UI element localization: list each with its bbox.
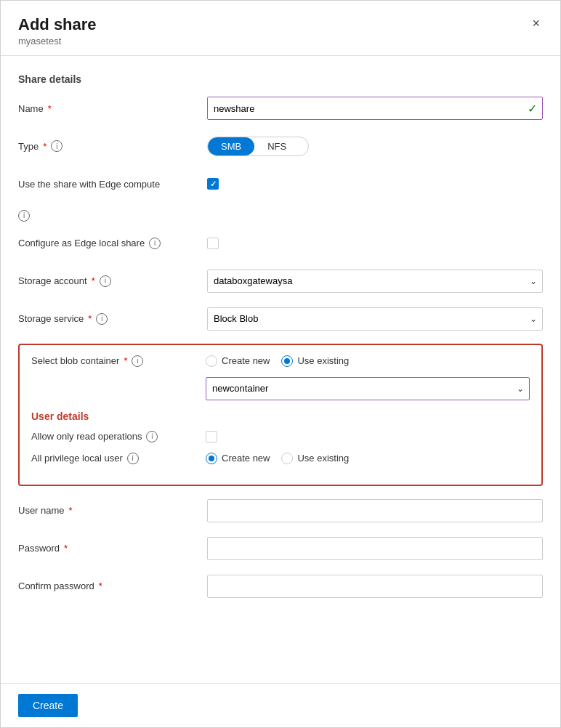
confirm-password-label: Confirm password * (18, 581, 207, 591)
user-name-required: * (69, 505, 73, 516)
type-required: * (43, 141, 47, 152)
container-select[interactable]: newcontainer (206, 377, 530, 400)
name-control: ✓ (207, 97, 543, 120)
panel-header: Add share myasetest × (1, 1, 560, 56)
use-existing-blob-option[interactable]: Use existing (281, 355, 349, 367)
type-toggle: SMB NFS (207, 137, 309, 156)
type-control: SMB NFS (207, 137, 543, 156)
password-control (207, 537, 543, 560)
storage-account-required: * (92, 275, 95, 286)
user-name-row: User name * (18, 498, 543, 524)
user-details-title: User details (31, 410, 530, 422)
storage-service-control: Block Blob ⌄ (207, 307, 543, 331)
user-name-control (207, 499, 543, 522)
type-row: Type * i SMB NFS (18, 133, 543, 159)
storage-account-info-icon[interactable]: i (100, 275, 111, 287)
create-new-blob-label: Create new (222, 355, 270, 366)
create-new-blob-option[interactable]: Create new (206, 355, 270, 367)
all-privilege-label: All privilege local user i (31, 453, 206, 464)
allow-read-control (206, 431, 530, 442)
edge-compute-checkbox[interactable] (207, 178, 219, 190)
blob-container-required: * (124, 355, 127, 366)
allow-read-info-icon[interactable]: i (146, 431, 158, 442)
close-button[interactable]: × (529, 15, 543, 31)
add-share-panel: Add share myasetest × Share details Name… (0, 0, 561, 728)
storage-account-select-wrapper: databoxgatewaysa ⌄ (207, 270, 543, 293)
edge-local-checkbox[interactable] (207, 238, 219, 249)
panel-title: Add share (18, 15, 97, 34)
blob-container-label: Select blob container * i (31, 355, 206, 367)
edge-compute-info-icon[interactable]: i (18, 210, 30, 222)
edge-compute-checkbox-wrapper (207, 178, 543, 190)
password-label: Password * (18, 543, 207, 554)
type-nfs-button[interactable]: NFS (254, 137, 299, 155)
use-existing-blob-radio[interactable] (281, 355, 293, 367)
confirm-password-input[interactable] (207, 575, 543, 598)
allow-read-label: Allow only read operations i (31, 431, 206, 442)
all-privilege-control: Create new Use existing (206, 453, 530, 464)
allow-read-checkbox[interactable] (206, 431, 217, 442)
container-select-wrapper: newcontainer ⌄ (206, 377, 530, 400)
confirm-password-required: * (99, 581, 102, 591)
storage-service-select-wrapper: Block Blob ⌄ (207, 307, 543, 331)
container-dropdown-control: newcontainer ⌄ (206, 377, 530, 400)
password-input[interactable] (207, 537, 543, 560)
edge-compute-row: Use the share with Edge compute (18, 171, 543, 197)
user-name-label: User name * (18, 505, 207, 516)
storage-service-row: Storage service * i Block Blob ⌄ (18, 306, 543, 332)
edge-local-label: Configure as Edge local share i (18, 238, 207, 249)
storage-service-select[interactable]: Block Blob (207, 307, 543, 331)
storage-account-row: Storage account * i databoxgatewaysa ⌄ (18, 268, 543, 294)
create-new-blob-radio[interactable] (206, 355, 217, 367)
use-existing-user-option[interactable]: Use existing (281, 453, 349, 464)
allow-read-checkbox-wrapper (206, 431, 530, 442)
share-details-title: Share details (18, 73, 543, 85)
confirm-password-row: Confirm password * (18, 573, 543, 599)
edge-local-checkbox-wrapper (207, 238, 543, 249)
name-row: Name * ✓ (18, 95, 543, 121)
storage-account-control: databoxgatewaysa ⌄ (207, 270, 543, 293)
name-label: Name * (18, 103, 207, 114)
use-existing-user-label: Use existing (297, 453, 349, 464)
name-input[interactable] (207, 97, 543, 120)
blob-container-radio-group: Create new Use existing (206, 355, 530, 367)
create-new-user-option[interactable]: Create new (206, 453, 270, 464)
blob-container-info-icon[interactable]: i (132, 355, 143, 367)
create-new-user-label: Create new (222, 453, 270, 464)
password-row: Password * (18, 535, 543, 562)
use-existing-user-radio[interactable] (281, 453, 293, 464)
edge-local-row: Configure as Edge local share i (18, 230, 543, 256)
name-valid-icon: ✓ (528, 102, 537, 116)
edge-compute-label: Use the share with Edge compute (18, 179, 207, 190)
edge-local-control (207, 238, 543, 249)
panel-subtitle: myasetest (18, 36, 97, 46)
name-input-wrapper: ✓ (207, 97, 543, 120)
panel-body: Share details Name * ✓ Type * i (1, 56, 560, 683)
create-button[interactable]: Create (18, 694, 78, 717)
container-dropdown-row: newcontainer ⌄ (31, 377, 530, 400)
all-privilege-info-icon[interactable]: i (127, 453, 139, 464)
panel-footer: Create (1, 683, 560, 727)
all-privilege-row: All privilege local user i Create new Us… (31, 453, 530, 464)
edge-compute-control (207, 178, 543, 190)
title-block: Add share myasetest (18, 15, 97, 46)
type-label: Type * i (18, 140, 207, 152)
name-required: * (48, 103, 52, 114)
edge-compute-info-row: i (18, 209, 543, 222)
blob-container-control: Create new Use existing (206, 355, 530, 367)
confirm-password-control (207, 575, 543, 598)
type-info-icon[interactable]: i (51, 140, 62, 152)
create-new-user-radio[interactable] (206, 453, 217, 464)
edge-local-info-icon[interactable]: i (149, 238, 161, 249)
type-smb-button[interactable]: SMB (208, 137, 254, 155)
storage-service-info-icon[interactable]: i (96, 313, 108, 325)
storage-account-select[interactable]: databoxgatewaysa (207, 270, 543, 293)
all-privilege-radio-group: Create new Use existing (206, 453, 530, 464)
use-existing-blob-label: Use existing (297, 355, 349, 366)
storage-service-label: Storage service * i (18, 313, 207, 325)
blob-container-row: Select blob container * i Create new Use… (31, 355, 530, 367)
storage-service-required: * (88, 313, 92, 324)
allow-read-row: Allow only read operations i (31, 431, 530, 442)
storage-account-label: Storage account * i (18, 275, 207, 287)
user-name-input[interactable] (207, 499, 543, 522)
